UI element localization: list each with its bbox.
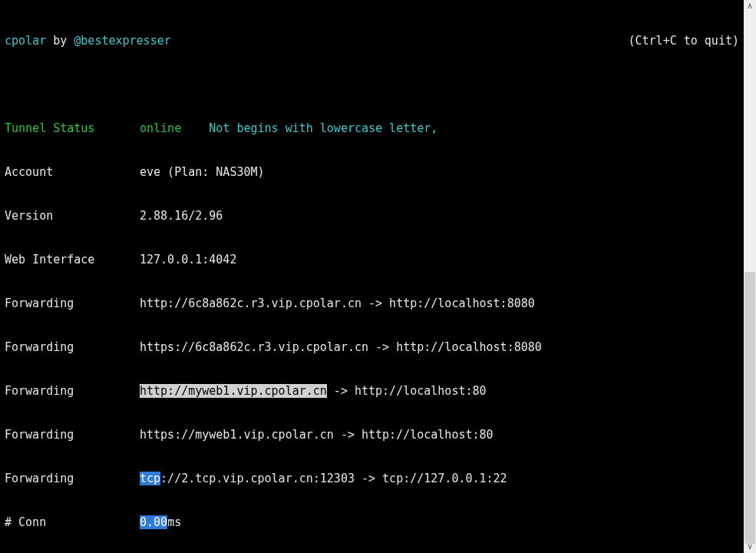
version-label: Version <box>5 209 140 224</box>
fwd3-value: https://myweb1.vip.cpolar.cn -> http://l… <box>140 428 494 442</box>
fwd4-rest: ://2.tcp.vip.cpolar.cn:12303 -> tcp://12… <box>160 472 507 485</box>
status-warning: Not begins with lowercase letter, <box>209 121 437 135</box>
fwd2-line: Forwardinghttp://myweb1.vip.cpolar.cn ->… <box>5 384 739 399</box>
conn-suffix: ms <box>167 515 181 529</box>
conn-hidden-under-cursor: 0.00 <box>140 515 167 529</box>
header-row: cpolar by @bestexpresser (Ctrl+C to quit… <box>5 34 739 48</box>
fwd0-value: http://6c8a862c.r3.vip.cpolar.cn -> http… <box>140 296 535 310</box>
terminal-viewport[interactable]: cpolar by @bestexpresser (Ctrl+C to quit… <box>0 0 744 553</box>
fwd4-proto-cursor[interactable]: tcp <box>140 472 160 485</box>
status-line: Tunnel Statusonline Not begins with lowe… <box>5 121 739 136</box>
account-value: eve (Plan: NAS30M) <box>140 165 265 179</box>
scroll-up-arrow-icon[interactable]: ∧ <box>744 0 756 12</box>
webif-value: 127.0.0.1:4042 <box>140 253 236 267</box>
conn-line: # Conn0.00ms <box>5 515 739 530</box>
fwd-label: Forwarding <box>5 340 140 355</box>
blank-line <box>5 78 739 92</box>
fwd2-rest: -> http://localhost:80 <box>327 384 487 398</box>
webif-label: Web Interface <box>5 253 140 267</box>
fwd1-value: https://6c8a862c.r3.vip.cpolar.cn -> htt… <box>140 340 542 354</box>
scrollbar-track[interactable] <box>744 12 756 541</box>
status-value: online <box>140 121 181 135</box>
fwd3-line: Forwardinghttps://myweb1.vip.cpolar.cn -… <box>5 428 739 442</box>
app-title: cpolar by @bestexpresser <box>5 34 629 48</box>
quit-hint: (Ctrl+C to quit) <box>629 34 740 48</box>
fwd2-url-selected[interactable]: http://myweb1.vip.cpolar.cn <box>140 384 327 398</box>
author-handle: @bestexpresser <box>74 34 170 48</box>
fwd0-line: Forwardinghttp://6c8a862c.r3.vip.cpolar.… <box>5 296 739 311</box>
account-line: Accounteve (Plan: NAS30M) <box>5 165 739 180</box>
scrollbar[interactable]: ∧ ∨ <box>744 0 756 553</box>
fwd4-line: Forwardingtcp://2.tcp.vip.cpolar.cn:1230… <box>5 472 739 486</box>
fwd-label: Forwarding <box>5 384 140 399</box>
status-label: Tunnel Status <box>5 121 140 136</box>
scrollbar-thumb[interactable] <box>744 272 755 544</box>
fwd-label: Forwarding <box>5 428 140 442</box>
fwd-label: Forwarding <box>5 296 140 311</box>
webif-line: Web Interface127.0.0.1:4042 <box>5 253 739 267</box>
account-label: Account <box>5 165 140 180</box>
version-value: 2.88.16/2.96 <box>140 209 223 223</box>
app-name: cpolar <box>5 34 46 48</box>
fwd1-line: Forwardinghttps://6c8a862c.r3.vip.cpolar… <box>5 340 739 355</box>
fwd-label: Forwarding <box>5 472 140 486</box>
conn-label: # Conn <box>5 515 140 530</box>
version-line: Version2.88.16/2.96 <box>5 209 739 224</box>
by-text: by <box>46 34 74 48</box>
